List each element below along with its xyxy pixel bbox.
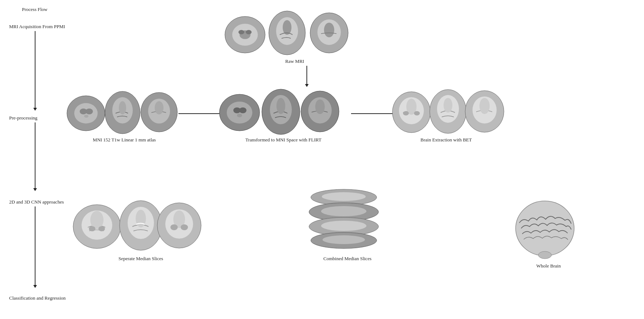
raw-mri-label: Raw MRI <box>285 58 304 64</box>
svg-point-36 <box>403 111 409 115</box>
svg-point-37 <box>414 111 420 115</box>
svg-point-22 <box>219 94 260 131</box>
flow-arrow-1 <box>35 31 35 108</box>
svg-point-63 <box>311 232 377 248</box>
svg-point-2 <box>240 30 251 39</box>
svg-point-64 <box>323 235 365 244</box>
mri-acquisition-label: MRI Acquisition From PPMI <box>9 24 65 30</box>
h-arrow-1 <box>178 113 222 114</box>
svg-point-17 <box>112 97 133 124</box>
svg-point-47 <box>89 226 95 231</box>
svg-point-13 <box>80 109 87 114</box>
svg-point-20 <box>148 99 170 124</box>
page: Process Flow MRI Acquisition From PPMI P… <box>0 0 644 319</box>
svg-point-14 <box>86 109 93 114</box>
transformed-label: Transformed to MNI Space with FLIRT <box>230 137 336 143</box>
svg-point-28 <box>270 95 292 124</box>
svg-point-59 <box>309 203 379 221</box>
svg-point-15 <box>84 115 88 118</box>
svg-point-4 <box>246 30 252 34</box>
svg-point-24 <box>233 107 241 113</box>
svg-point-62 <box>321 221 366 231</box>
svg-point-0 <box>225 16 265 53</box>
svg-point-65 <box>516 201 574 256</box>
svg-point-55 <box>170 224 178 230</box>
svg-point-66 <box>538 251 551 259</box>
svg-point-18 <box>119 101 126 114</box>
svg-point-51 <box>136 210 146 227</box>
svg-point-27 <box>262 89 300 134</box>
raw-mri-arrow <box>306 66 307 84</box>
brain-illustrations <box>0 0 644 319</box>
svg-point-35 <box>406 99 417 115</box>
svg-point-3 <box>238 30 244 34</box>
h-arrow-2 <box>351 113 395 114</box>
svg-point-29 <box>276 98 285 114</box>
svg-point-58 <box>322 192 366 201</box>
flow-arrow-2 <box>35 122 35 188</box>
svg-point-45 <box>82 210 112 240</box>
svg-point-46 <box>90 211 103 229</box>
svg-point-25 <box>239 107 246 113</box>
svg-point-26 <box>237 114 242 117</box>
svg-point-5 <box>269 11 305 55</box>
svg-point-57 <box>311 189 377 205</box>
svg-point-16 <box>105 91 140 134</box>
svg-point-52 <box>157 203 201 248</box>
svg-point-30 <box>301 91 339 132</box>
svg-point-40 <box>444 98 452 113</box>
svg-point-7 <box>283 20 291 35</box>
svg-point-60 <box>321 206 366 216</box>
svg-point-48 <box>98 226 105 231</box>
svg-point-44 <box>73 205 121 248</box>
svg-point-49 <box>120 201 162 250</box>
svg-point-61 <box>309 217 379 236</box>
svg-point-23 <box>227 102 252 124</box>
svg-point-39 <box>437 95 459 123</box>
svg-point-42 <box>472 96 497 124</box>
mni-atlas-label: MNI 152 T1w Linear 1 mm atlas <box>84 137 165 143</box>
svg-point-8 <box>310 13 348 53</box>
svg-point-19 <box>141 92 177 132</box>
svg-point-12 <box>74 103 98 124</box>
process-flow-title: Process Flow <box>22 7 48 12</box>
brain-extraction-label: Brain Extraction with BET <box>395 137 497 143</box>
svg-point-53 <box>165 209 193 239</box>
svg-point-38 <box>430 90 466 133</box>
svg-point-34 <box>399 97 424 124</box>
svg-point-9 <box>317 19 341 45</box>
svg-point-41 <box>465 91 504 132</box>
svg-point-32 <box>315 99 325 114</box>
svg-point-1 <box>232 24 258 46</box>
cnn-approaches-label: 2D and 3D CNN approaches <box>9 199 64 205</box>
svg-point-56 <box>181 224 188 230</box>
svg-point-31 <box>308 97 332 124</box>
svg-point-50 <box>128 207 154 239</box>
svg-point-33 <box>392 92 430 133</box>
svg-point-6 <box>276 17 298 45</box>
svg-point-21 <box>155 101 163 114</box>
combined-median-label: Combined Median Slices <box>307 256 388 262</box>
flow-arrow-3 <box>35 206 35 285</box>
svg-point-54 <box>173 210 185 228</box>
separate-median-label: Seperate Median Slices <box>95 256 187 262</box>
svg-point-11 <box>67 96 105 131</box>
pre-processing-label: Pre-processing <box>9 115 37 121</box>
classification-label: Classification and Regression <box>9 295 66 301</box>
svg-point-10 <box>324 23 334 37</box>
whole-brain-label: Whole Brain <box>527 263 570 269</box>
svg-point-43 <box>479 98 490 114</box>
